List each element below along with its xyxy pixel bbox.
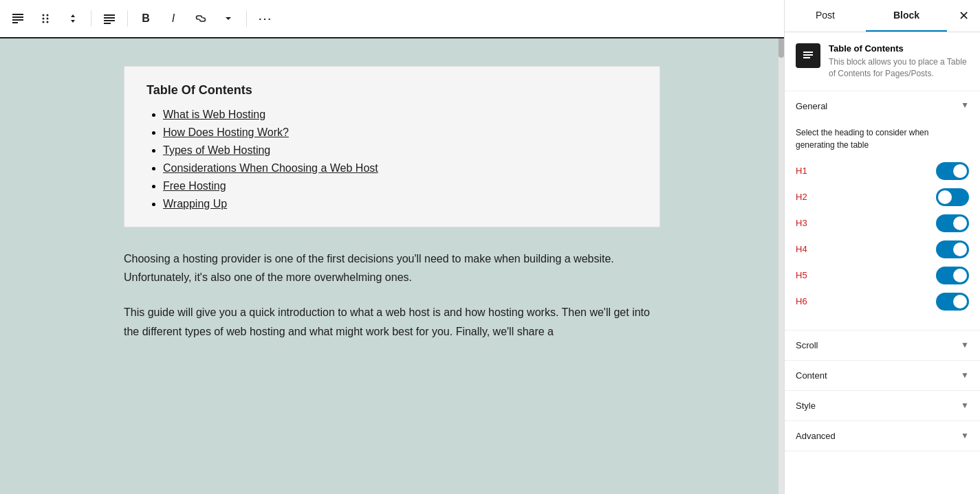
- toc-link[interactable]: Considerations When Choosing a Web Host: [163, 162, 378, 174]
- editor-area: B I ⋯ Table Of Contents What: [0, 0, 784, 494]
- h3-label: H3: [796, 218, 807, 228]
- toggle-row-h6: H6: [796, 293, 969, 311]
- h6-toggle[interactable]: [936, 293, 969, 311]
- section-general: General ▲ Select the heading to consider…: [785, 91, 980, 330]
- h6-label: H6: [796, 296, 807, 306]
- toggle-row-h4: H4: [796, 240, 969, 258]
- section-content-header[interactable]: Content ▼: [785, 361, 980, 390]
- toc-block: Table Of Contents What is Web HostingHow…: [124, 66, 660, 227]
- toc-list-item: Wrapping Up: [163, 198, 638, 210]
- svg-rect-16: [803, 57, 810, 58]
- right-panel: Post Block ✕ Table of Contents This bloc…: [784, 0, 980, 494]
- toc-list-item: Free Hosting: [163, 180, 638, 192]
- link-button[interactable]: [188, 6, 213, 31]
- general-description: Select the heading to consider when gene…: [796, 126, 969, 151]
- section-general-header[interactable]: General ▲: [785, 91, 980, 121]
- toc-list-item: What is Web Hosting: [163, 109, 638, 121]
- section-scroll: Scroll ▼: [785, 330, 980, 361]
- toggle-row-h5: H5: [796, 267, 969, 284]
- block-description: This block allows you to place a Table o…: [829, 56, 969, 80]
- svg-rect-15: [803, 54, 813, 56]
- toc-list: What is Web HostingHow Does Hosting Work…: [146, 109, 638, 210]
- more-options-button[interactable]: ⋯: [252, 6, 277, 31]
- toc-title: Table Of Contents: [146, 83, 638, 98]
- content-wrapper: Table Of Contents What is Web HostingHow…: [83, 38, 701, 385]
- h5-label: H5: [796, 270, 807, 280]
- svg-point-6: [43, 18, 45, 20]
- toc-link[interactable]: Free Hosting: [163, 180, 226, 192]
- block-name: Table of Contents: [829, 43, 969, 54]
- svg-rect-14: [803, 52, 813, 53]
- svg-rect-11: [104, 17, 115, 19]
- toolbar-divider-1: [91, 10, 91, 27]
- align-button[interactable]: [97, 6, 122, 31]
- tab-post[interactable]: Post: [785, 0, 866, 32]
- section-content: Content ▼: [785, 361, 980, 391]
- close-button[interactable]: ✕: [947, 0, 980, 32]
- dropdown-button[interactable]: [216, 6, 241, 31]
- italic-button[interactable]: I: [161, 6, 186, 31]
- toggle-row-h2: H2: [796, 188, 969, 206]
- body-paragraph-1: Choosing a hosting provider is one of th…: [124, 249, 660, 287]
- h4-label: H4: [796, 244, 807, 254]
- block-info-text: Table of Contents This block allows you …: [829, 43, 969, 80]
- h3-toggle[interactable]: [936, 214, 969, 232]
- h2-toggle[interactable]: [936, 188, 969, 206]
- section-advanced-header[interactable]: Advanced ▼: [785, 421, 980, 451]
- svg-point-5: [47, 14, 49, 16]
- svg-point-8: [43, 21, 45, 23]
- section-style-chevron: ▼: [961, 401, 969, 410]
- block-info: Table of Contents This block allows you …: [785, 32, 980, 91]
- section-advanced-chevron: ▼: [961, 431, 969, 440]
- toggle-row-h3: H3: [796, 214, 969, 232]
- section-scroll-label: Scroll: [796, 340, 818, 350]
- toc-list-item: How Does Hosting Work?: [163, 126, 638, 139]
- toc-link[interactable]: How Does Hosting Work?: [163, 126, 289, 138]
- toc-link[interactable]: Types of Web Hosting: [163, 144, 270, 156]
- toolbar-divider-3: [246, 10, 247, 27]
- toolbar-divider-2: [127, 10, 128, 27]
- section-style-header[interactable]: Style ▼: [785, 391, 980, 420]
- section-content-chevron: ▼: [961, 370, 969, 380]
- toc-link[interactable]: Wrapping Up: [163, 198, 227, 210]
- panel-header: Post Block ✕: [785, 0, 980, 32]
- toggle-row-h1: H1: [796, 162, 969, 180]
- bold-button[interactable]: B: [133, 6, 158, 31]
- h2-label: H2: [796, 192, 807, 202]
- toc-list-item: Types of Web Hosting: [163, 144, 638, 157]
- svg-rect-13: [104, 23, 111, 24]
- h1-toggle[interactable]: [936, 162, 969, 180]
- drag-handle[interactable]: [33, 6, 58, 31]
- section-general-content: Select the heading to consider when gene…: [785, 121, 980, 330]
- move-up-down-button[interactable]: [61, 6, 85, 31]
- svg-point-4: [43, 14, 45, 16]
- section-advanced-label: Advanced: [796, 431, 836, 441]
- editor-scrollbar[interactable]: [778, 0, 784, 494]
- svg-rect-2: [12, 19, 23, 21]
- body-paragraph-2: This guide will give you a quick introdu…: [124, 303, 660, 340]
- h5-toggle[interactable]: [936, 267, 969, 284]
- svg-point-7: [47, 18, 49, 20]
- svg-point-9: [47, 21, 49, 23]
- section-general-label: General: [796, 101, 827, 111]
- toc-link[interactable]: What is Web Hosting: [163, 109, 265, 120]
- section-style-label: Style: [796, 401, 816, 411]
- svg-rect-1: [12, 16, 23, 18]
- section-content-label: Content: [796, 370, 827, 381]
- section-advanced: Advanced ▼: [785, 421, 980, 451]
- section-style: Style ▼: [785, 391, 980, 421]
- svg-rect-12: [104, 20, 115, 21]
- svg-rect-3: [12, 22, 18, 23]
- toc-list-item: Considerations When Choosing a Web Host: [163, 162, 638, 175]
- h1-label: H1: [796, 166, 807, 176]
- section-general-chevron: ▲: [961, 101, 969, 111]
- block-type-button[interactable]: [6, 6, 30, 31]
- tab-block[interactable]: Block: [866, 0, 947, 32]
- svg-rect-0: [12, 14, 23, 15]
- block-type-icon: [796, 43, 820, 68]
- section-scroll-chevron: ▼: [961, 340, 969, 350]
- section-scroll-header[interactable]: Scroll ▼: [785, 330, 980, 360]
- toolbar: B I ⋯: [0, 0, 784, 38]
- svg-rect-10: [104, 14, 115, 16]
- h4-toggle[interactable]: [936, 240, 969, 258]
